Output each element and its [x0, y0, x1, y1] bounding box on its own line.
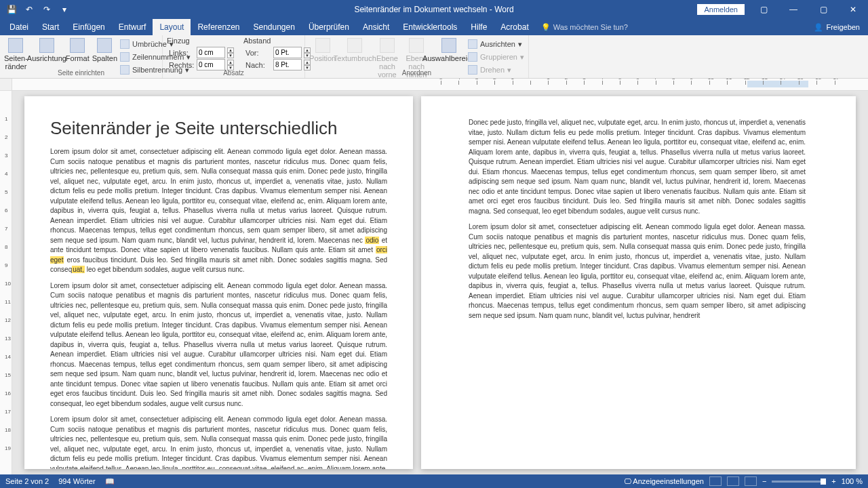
zoom-slider[interactable]: [772, 481, 826, 483]
tab-start[interactable]: Start: [35, 19, 66, 35]
orientation-button[interactable]: Ausrichtung: [31, 37, 63, 62]
zoom-out-button[interactable]: −: [762, 477, 766, 485]
window-title: Seitenränder im Dokument wechseln - Word: [354, 5, 513, 14]
size-button[interactable]: Format: [66, 37, 90, 62]
columns-label: Spalten: [92, 54, 117, 62]
columns-button[interactable]: Spalten: [92, 37, 117, 62]
spacing-heading: Abstand: [243, 37, 311, 45]
spellcheck-icon[interactable]: 📖: [105, 477, 115, 486]
align-label: Ausrichten: [480, 40, 515, 48]
group-page-setup-label: Seite einrichten: [0, 69, 162, 77]
paragraph: Lorem ipsum dolor sit amet, consectetuer…: [50, 147, 387, 275]
indent-heading: Einzug: [167, 37, 234, 45]
qat-customize-button[interactable]: ▾: [57, 2, 72, 17]
align-button[interactable]: Ausrichten ▾: [468, 38, 524, 50]
status-bar: Seite 2 von 2 994 Wörter 📖 🖵 Anzeigeeins…: [0, 474, 868, 488]
position-button: Position: [309, 37, 336, 62]
tab-hilfe[interactable]: Hilfe: [464, 19, 494, 35]
breaks-icon: [120, 39, 130, 49]
print-layout-view[interactable]: [727, 476, 739, 486]
paragraph: Lorem ipsum dolor sit amet, consectetuer…: [50, 415, 387, 469]
align-icon: [468, 39, 477, 49]
save-button[interactable]: 💾: [4, 2, 19, 17]
page-2[interactable]: Donec pede justo, fringilla vel, aliquet…: [421, 96, 856, 469]
ribbon: Seiten- ränder Ausrichtung Format Spalte…: [0, 35, 868, 79]
spin-down[interactable]: ▼: [227, 53, 234, 58]
tab-entwicklertools[interactable]: Entwicklertools: [396, 19, 464, 35]
indent-left-input[interactable]: [197, 47, 225, 58]
share-button[interactable]: 👤 Freigeben: [806, 19, 868, 35]
margins-button[interactable]: Seiten- ränder: [4, 37, 28, 70]
wrap-text-label: Textumbruch: [334, 54, 376, 62]
wrap-text-button: Textumbruch: [338, 37, 371, 62]
undo-button[interactable]: ↶: [22, 2, 37, 17]
position-icon: [315, 38, 330, 53]
page-indicator[interactable]: Seite 2 von 2: [5, 477, 49, 485]
display-settings-label: Anzeigeeinstellungen: [633, 477, 704, 485]
minimize-button[interactable]: —: [778, 0, 808, 19]
orientation-icon: [39, 38, 54, 53]
selection-pane-icon: [441, 38, 456, 53]
paragraph: Lorem ipsum dolor sit amet, consectetuer…: [50, 281, 387, 409]
word-count[interactable]: 994 Wörter: [58, 477, 95, 485]
margins-label: Seiten- ränder: [4, 54, 28, 70]
spacing-before-input[interactable]: [273, 47, 302, 58]
sign-in-button[interactable]: Anmelden: [697, 4, 745, 15]
size-label: Format: [66, 54, 90, 62]
group-label: Gruppieren: [480, 53, 517, 61]
display-settings-button[interactable]: 🖵 Anzeigeeinstellungen: [624, 477, 704, 485]
spacing-after-label: Nach:: [245, 61, 271, 69]
group-paragraph-label: Absatz: [163, 69, 304, 77]
title-bar: 💾 ↶ ↷ ▾ Seitenränder im Dokument wechsel…: [0, 0, 868, 19]
document-heading: Seitenränder je Seite unterschiedlich: [50, 118, 387, 139]
position-label: Position: [309, 54, 336, 62]
size-icon: [70, 38, 85, 53]
selection-pane-button[interactable]: Auswahlbereich: [433, 37, 465, 62]
web-layout-view[interactable]: [745, 476, 757, 486]
paragraph: Lorem ipsum dolor sit amet, consectetuer…: [469, 222, 806, 321]
maximize-button[interactable]: ▢: [808, 0, 838, 19]
document-area[interactable]: Seitenränder je Seite unterschiedlich Lo…: [12, 91, 868, 474]
group-icon: [468, 52, 477, 62]
highlighted-text: uat,: [72, 266, 85, 273]
columns-icon: [97, 38, 112, 53]
tab-einfuegen[interactable]: Einfügen: [66, 19, 111, 35]
redo-button[interactable]: ↷: [39, 2, 54, 17]
tab-ueberpruefen[interactable]: Überprüfen: [302, 19, 356, 35]
wrap-text-icon: [347, 38, 362, 53]
tab-entwurf[interactable]: Entwurf: [112, 19, 153, 35]
page-1[interactable]: Seitenränder je Seite unterschiedlich Lo…: [24, 96, 413, 469]
indent-right-label: Rechts:: [169, 61, 195, 69]
margins-icon: [8, 38, 23, 53]
zoom-level[interactable]: 100 %: [842, 477, 863, 485]
highlighted-text: odio: [365, 237, 379, 244]
tab-ansicht[interactable]: Ansicht: [356, 19, 396, 35]
tab-acrobat[interactable]: Acrobat: [494, 19, 535, 35]
spacing-before-field[interactable]: Vor:▲▼: [243, 47, 311, 58]
horizontal-ruler[interactable]: 543211234567891011121314151617: [0, 79, 868, 91]
read-mode-view[interactable]: [709, 476, 722, 486]
group-arrange-label: Anordnen: [305, 69, 528, 77]
ribbon-options-button[interactable]: ▢: [749, 0, 778, 19]
indent-left-label: Links:: [169, 49, 195, 57]
line-numbers-icon: [120, 52, 130, 62]
send-backward-icon: [409, 38, 424, 53]
spin-up[interactable]: ▲: [227, 47, 234, 53]
bring-forward-icon: [380, 38, 395, 53]
indent-left-field[interactable]: Links:▲▼: [167, 47, 234, 58]
spin-up[interactable]: ▲: [227, 60, 234, 65]
vertical-ruler[interactable]: 12345678910111213141516171819: [0, 91, 12, 474]
tab-layout[interactable]: Layout: [153, 19, 191, 35]
tab-sendungen[interactable]: Sendungen: [247, 19, 302, 35]
close-button[interactable]: ✕: [838, 0, 868, 19]
share-label: Freigeben: [826, 23, 860, 31]
paragraph: Donec pede justo, fringilla vel, aliquet…: [469, 118, 806, 216]
tab-referenzen[interactable]: Referenzen: [191, 19, 246, 35]
spacing-before-label: Vor:: [245, 49, 271, 57]
breaks-label: Umbrüche: [132, 40, 167, 48]
ribbon-tabs: Datei Start Einfügen Entwurf Layout Refe…: [0, 19, 868, 35]
tell-me-search[interactable]: 💡 Was möchten Sie tun?: [536, 19, 633, 35]
group-objects-button: Gruppieren ▾: [468, 51, 524, 63]
tab-datei[interactable]: Datei: [3, 19, 35, 35]
zoom-in-button[interactable]: +: [831, 477, 835, 485]
